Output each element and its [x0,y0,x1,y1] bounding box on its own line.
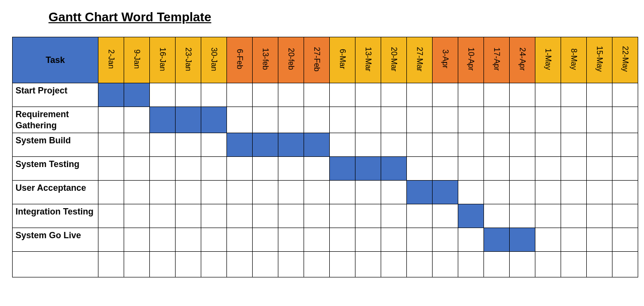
gantt-cell [612,83,638,107]
gantt-cell [227,228,253,252]
gantt-cell [355,228,381,252]
gantt-cell [253,107,278,133]
gantt-cell [201,83,227,107]
gantt-cell [176,83,201,107]
gantt-cell [535,252,561,277]
gantt-cell [484,228,510,252]
gantt-cell [612,228,638,252]
gantt-cell [176,107,201,133]
gantt-cell [535,83,561,107]
gantt-cell [124,204,150,228]
gantt-cell [304,133,330,157]
gantt-cell [381,83,407,107]
date-header: 2-Jan [98,37,124,83]
gantt-cell [227,157,253,181]
gantt-cell [150,133,176,157]
task-name: System Go Live [13,228,98,252]
date-header: 1-May [535,37,561,83]
date-header: 8-May [561,37,587,83]
gantt-cell [201,133,227,157]
gantt-cell [407,107,433,133]
gantt-cell [381,157,407,181]
gantt-cell [124,83,150,107]
page-title: Gantt Chart Word Template [48,10,632,25]
gantt-cell [227,83,253,107]
date-header: 13-Mar [355,37,381,83]
gantt-cell [124,107,150,133]
gantt-cell [304,181,330,204]
gantt-cell [253,157,278,181]
gantt-cell [433,204,458,228]
gantt-cell [176,157,201,181]
date-header: 16-Jan [150,37,176,83]
gantt-cell [433,157,458,181]
gantt-cell [407,133,433,157]
gantt-cell [561,204,587,228]
gantt-cell [407,181,433,204]
gantt-cell [227,204,253,228]
gantt-cell [278,83,304,107]
gantt-cell [304,228,330,252]
gantt-cell [150,181,176,204]
gantt-table: Task 2-Jan 9-Jan 16-Jan 23-Jan 30-Jan 6-… [12,37,638,277]
gantt-cell [433,252,458,277]
gantt-cell [176,228,201,252]
gantt-cell [201,204,227,228]
gantt-cell [587,204,612,228]
gantt-cell [253,252,278,277]
gantt-cell [355,204,381,228]
gantt-cell [330,228,355,252]
gantt-cell [612,133,638,157]
task-row-empty [13,252,638,277]
gantt-cell [253,133,278,157]
gantt-cell [458,157,484,181]
gantt-cell [612,204,638,228]
gantt-cell [484,252,510,277]
gantt-cell [381,133,407,157]
date-header: 30-Jan [201,37,227,83]
gantt-cell [587,252,612,277]
gantt-cell [458,252,484,277]
gantt-cell [253,228,278,252]
gantt-cell [433,107,458,133]
date-header: 20-feb [278,37,304,83]
gantt-cell [587,157,612,181]
gantt-cell [484,107,510,133]
gantt-cell [612,252,638,277]
gantt-cell [124,228,150,252]
task-name: Requirement Gathering [13,107,98,133]
task-row: Integration Testing [13,204,638,228]
gantt-cell [510,83,535,107]
gantt-cell [407,228,433,252]
date-header: 3-Apr [433,37,458,83]
gantt-cell [98,133,124,157]
gantt-cell [278,181,304,204]
date-header: 23-Jan [176,37,201,83]
gantt-cell [201,181,227,204]
gantt-cell [330,181,355,204]
date-header: 24-Apr [510,37,535,83]
gantt-cell [510,133,535,157]
task-row: System Testing [13,157,638,181]
gantt-cell [150,228,176,252]
gantt-cell [458,83,484,107]
gantt-cell [176,252,201,277]
gantt-cell [278,133,304,157]
gantt-cell [535,181,561,204]
gantt-cell [510,157,535,181]
gantt-cell [330,133,355,157]
gantt-cell [458,181,484,204]
gantt-cell [150,157,176,181]
date-header: 10-Apr [458,37,484,83]
task-name: User Acceptance [13,181,98,204]
gantt-cell [201,107,227,133]
gantt-cell [407,157,433,181]
date-header: 9-Jan [124,37,150,83]
gantt-cell [484,133,510,157]
task-name: Integration Testing [13,204,98,228]
task-row: System Go Live [13,228,638,252]
task-name: System Build [13,133,98,157]
gantt-cell [278,204,304,228]
date-header: 17-Apr [484,37,510,83]
gantt-cell [535,204,561,228]
